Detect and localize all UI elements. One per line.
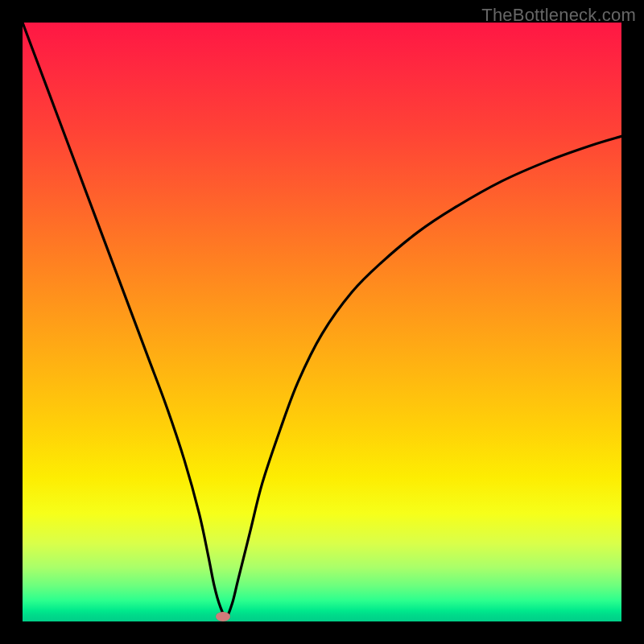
chart-container: TheBottleneck.com bbox=[0, 0, 644, 644]
optimal-point-marker bbox=[216, 612, 230, 621]
watermark-text: TheBottleneck.com bbox=[481, 5, 636, 26]
plot-area bbox=[23, 23, 621, 621]
severity-gradient-background bbox=[23, 23, 621, 621]
